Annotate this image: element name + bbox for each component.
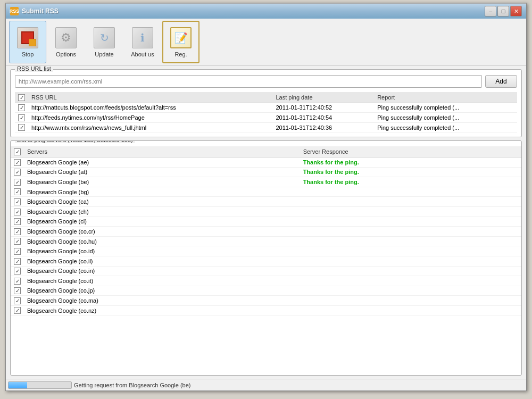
update-label: Update <box>95 51 113 57</box>
server-row-checkbox[interactable] <box>14 307 21 314</box>
rss-col-checkbox <box>15 92 28 103</box>
servers-table: Servers Server Responce Blogsearch Googl… <box>11 146 521 315</box>
server-row: Blogsearch Google (co.it) <box>11 276 521 286</box>
server-row-checkbox[interactable] <box>14 159 21 166</box>
server-row-checkbox[interactable] <box>14 209 21 215</box>
reg-label: Reg. <box>174 51 187 57</box>
server-row: Blogsearch Google (co.id) <box>11 246 521 256</box>
server-row: Blogsearch Google (ch) <box>11 206 521 217</box>
servers-header-checkbox[interactable] <box>14 148 21 155</box>
server-row: Blogsearch Google (ca) <box>11 197 521 207</box>
server-row-checkbox[interactable] <box>14 179 21 186</box>
toolbar: Stop ⚙ Options ↻ Update ℹ About us 📝 Reg… <box>6 19 526 66</box>
server-row-checkbox[interactable] <box>14 268 21 275</box>
rss-row-checkbox[interactable] <box>18 104 25 111</box>
server-row-response: Thanks for the ping. <box>300 157 521 167</box>
server-row-name: Blogsearch Google (co.id) <box>24 246 300 256</box>
reg-icon: 📝 <box>170 27 192 49</box>
server-row: Blogsearch Google (ae) Thanks for the pi… <box>11 157 521 167</box>
server-row-response <box>300 296 521 306</box>
server-row-response <box>300 246 521 256</box>
progress-bar-fill <box>9 382 27 388</box>
server-row: Blogsearch Google (co.hu) <box>11 236 521 246</box>
server-row-response <box>300 305 521 315</box>
server-row-name: Blogsearch Google (co.cr) <box>24 227 300 237</box>
server-row-checkbox[interactable] <box>14 278 21 285</box>
server-row-name: Blogsearch Google (cl) <box>24 217 300 227</box>
rss-row-report: Ping successfully completed (... <box>374 103 517 113</box>
options-label: Options <box>56 51 76 57</box>
server-row-name: Blogsearch Google (bg) <box>24 187 300 197</box>
about-icon: ℹ <box>131 27 154 49</box>
server-row-checkbox[interactable] <box>14 287 21 294</box>
server-row: Blogsearch Google (co.ma) <box>11 296 521 306</box>
about-label: About us <box>131 51 154 57</box>
servers-col-response: Server Responce <box>300 146 521 157</box>
window-controls: – □ ✕ <box>485 6 522 16</box>
add-button[interactable]: Add <box>485 75 517 88</box>
server-row: Blogsearch Google (bg) <box>11 187 521 197</box>
server-row-checkbox[interactable] <box>14 238 21 245</box>
app-icon: RSS <box>10 7 19 15</box>
server-row-checkbox[interactable] <box>14 188 21 195</box>
rss-row-report: Ping successfully completed (... <box>374 122 517 132</box>
server-row-name: Blogsearch Google (be) <box>24 177 300 187</box>
rss-url-group-label: RSS URL list <box>15 66 53 72</box>
server-row-checkbox[interactable] <box>14 218 21 225</box>
servers-col-checkbox <box>11 146 24 157</box>
server-row-response <box>300 236 521 246</box>
server-row-checkbox[interactable] <box>14 258 21 265</box>
rss-header-checkbox[interactable] <box>18 94 25 101</box>
stop-icon <box>16 27 39 49</box>
server-row: Blogsearch Google (co.in) <box>11 266 521 276</box>
server-row-response: Thanks for the ping. <box>300 177 521 187</box>
rss-row-checkbox[interactable] <box>18 114 25 121</box>
server-row-checkbox[interactable] <box>14 169 21 176</box>
rss-row-ping: 2011-01-31T12:40:54 <box>272 113 374 123</box>
server-row: Blogsearch Google (co.nz) <box>11 305 521 315</box>
server-row-name: Blogsearch Google (co.ma) <box>24 296 300 306</box>
server-row-checkbox[interactable] <box>14 248 21 255</box>
reg-button[interactable]: 📝 Reg. <box>162 21 200 63</box>
about-button[interactable]: ℹ About us <box>124 21 161 63</box>
server-row-name: Blogsearch Google (co.jp) <box>24 286 300 296</box>
update-button[interactable]: ↻ Update <box>86 21 123 63</box>
rss-col-report: Report <box>374 92 517 103</box>
server-row-response <box>300 227 521 237</box>
server-row-response <box>300 217 521 227</box>
rss-row-url: http://feeds.nytimes.com/nyt/rss/HomePag… <box>28 113 272 123</box>
rss-url-section: Add RSS URL Last ping date Report <box>11 70 521 137</box>
options-button[interactable]: ⚙ Options <box>47 21 85 63</box>
server-row-checkbox[interactable] <box>14 297 21 304</box>
update-icon: ↻ <box>93 27 115 49</box>
stop-button[interactable]: Stop <box>9 21 46 63</box>
server-row-response <box>300 206 521 217</box>
servers-table-scroll[interactable]: Servers Server Responce Blogsearch Googl… <box>11 146 521 375</box>
rss-table: RSS URL Last ping date Report http://mat… <box>15 92 517 132</box>
content-area: RSS URL list Add RSS URL Last ping date <box>6 66 526 379</box>
servers-group-label: List of ping servers (Total 105, Selecte… <box>15 140 135 143</box>
rss-row-checkbox[interactable] <box>18 124 25 131</box>
status-bar: Getting request from Blogsearch Google (… <box>6 379 526 390</box>
rss-table-body: http://mattcuts.blogspot.com/feeds/posts… <box>15 103 517 132</box>
minimize-button[interactable]: – <box>485 6 496 16</box>
main-window: RSS Submit RSS – □ ✕ Stop ⚙ Options ↻ Up… <box>5 3 527 391</box>
servers-group: List of ping servers (Total 105, Selecte… <box>10 140 522 376</box>
server-row-name: Blogsearch Google (co.il) <box>24 256 300 266</box>
server-row: Blogsearch Google (co.jp) <box>11 286 521 296</box>
stop-label: Stop <box>22 51 34 57</box>
server-row-checkbox[interactable] <box>14 228 21 235</box>
server-row-name: Blogsearch Google (co.nz) <box>24 305 300 315</box>
rss-row-url: http://mattcuts.blogspot.com/feeds/posts… <box>28 103 272 113</box>
server-row-checkbox[interactable] <box>14 198 21 205</box>
server-row: Blogsearch Google (be) Thanks for the pi… <box>11 177 521 187</box>
close-button[interactable]: ✕ <box>510 6 522 16</box>
url-input[interactable] <box>15 75 482 88</box>
server-row-response <box>300 286 521 296</box>
servers-table-body: Blogsearch Google (ae) Thanks for the pi… <box>11 157 521 315</box>
title-bar: RSS Submit RSS – □ ✕ <box>6 4 526 19</box>
server-row-name: Blogsearch Google (ae) <box>24 157 300 167</box>
maximize-button[interactable]: □ <box>497 6 509 16</box>
progress-bar-container <box>8 381 72 389</box>
rss-row-ping: 2011-01-31T12:40:36 <box>272 122 374 132</box>
